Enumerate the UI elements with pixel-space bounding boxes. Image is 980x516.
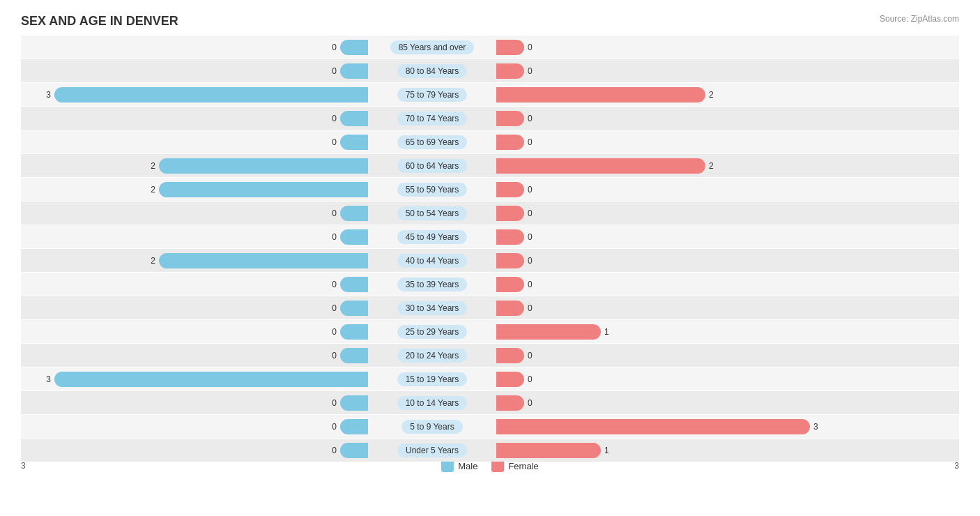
female-value: 0 <box>528 185 542 195</box>
male-value: 0 <box>323 114 337 123</box>
right-bar-area: 0 <box>495 107 843 130</box>
chart-row: 025 to 29 Years1 <box>21 320 959 343</box>
male-bar <box>54 372 368 387</box>
row-label: 55 to 59 Years <box>369 183 495 197</box>
male-bar <box>340 135 368 150</box>
left-bar-area: 2 <box>21 249 369 272</box>
female-bar <box>496 443 601 458</box>
male-value: 2 <box>141 185 155 195</box>
label-pill: 70 to 74 Years <box>397 112 468 126</box>
left-bar-area: 0 <box>21 415 369 438</box>
male-bar <box>340 443 368 458</box>
right-bar-area: 0 <box>495 202 843 225</box>
male-bar <box>159 158 368 174</box>
axis-right: 3 <box>954 461 959 471</box>
female-bar <box>496 63 524 79</box>
row-label: 5 to 9 Years <box>369 420 495 434</box>
label-pill: 25 to 29 Years <box>397 325 468 339</box>
female-bar <box>496 277 524 292</box>
female-bar <box>496 229 524 245</box>
female-bar <box>496 87 705 103</box>
label-pill: 50 to 54 Years <box>397 206 468 220</box>
label-pill: 35 to 39 Years <box>397 278 468 291</box>
left-bar-area: 0 <box>21 36 369 59</box>
female-bar <box>496 135 524 150</box>
right-bar-area: 1 <box>495 320 843 343</box>
chart-row: 260 to 64 Years2 <box>21 154 959 177</box>
row-label: 25 to 29 Years <box>369 325 495 339</box>
source-text: Source: ZipAtlas.com <box>880 14 959 24</box>
female-value: 0 <box>528 256 542 266</box>
male-bar <box>159 182 368 197</box>
row-label: 20 to 24 Years <box>369 349 495 363</box>
female-bar <box>496 111 524 126</box>
row-label: Under 5 Years <box>369 443 495 457</box>
chart-row: 065 to 69 Years0 <box>21 130 959 153</box>
chart-row: 070 to 74 Years0 <box>21 107 959 130</box>
male-bar <box>340 111 368 126</box>
right-bar-area: 2 <box>495 83 843 106</box>
male-value: 0 <box>323 446 337 455</box>
male-bar <box>340 324 368 340</box>
male-bar <box>340 419 368 434</box>
label-pill: 75 to 79 Years <box>397 88 468 102</box>
female-bar <box>496 253 524 268</box>
female-value: 0 <box>528 208 542 218</box>
row-label: 60 to 64 Years <box>369 159 495 173</box>
chart-row: 030 to 34 Years0 <box>21 296 959 319</box>
female-bar <box>496 158 705 174</box>
female-bar <box>496 419 810 434</box>
label-pill: 65 to 69 Years <box>397 135 468 149</box>
right-bar-area: 0 <box>495 178 843 201</box>
right-bar-area: 0 <box>495 249 843 272</box>
label-pill: 20 to 24 Years <box>397 349 468 363</box>
male-value: 0 <box>323 327 337 337</box>
female-bar <box>496 301 524 316</box>
female-value: 1 <box>604 446 618 455</box>
female-value: 3 <box>813 422 827 432</box>
female-bar <box>496 372 524 387</box>
right-bar-area: 0 <box>495 36 843 59</box>
female-bar <box>496 395 524 411</box>
right-bar-area: 0 <box>495 273 843 296</box>
male-value: 0 <box>323 66 337 76</box>
left-bar-area: 0 <box>21 59 369 82</box>
male-value: 2 <box>141 256 155 266</box>
label-pill: 10 to 14 Years <box>397 396 468 410</box>
male-bar <box>340 63 368 79</box>
male-bar <box>340 395 368 411</box>
chart-row: 035 to 39 Years0 <box>21 273 959 296</box>
male-bar <box>159 253 368 268</box>
row-label: 80 to 84 Years <box>369 64 495 78</box>
row-label: 45 to 49 Years <box>369 230 495 244</box>
chart-row: 375 to 79 Years2 <box>21 83 959 106</box>
male-bar <box>340 229 368 245</box>
right-bar-area: 1 <box>495 439 843 462</box>
right-bar-area: 0 <box>495 225 843 248</box>
male-value: 3 <box>37 90 51 100</box>
male-bar <box>340 348 368 363</box>
left-bar-area: 3 <box>21 367 369 390</box>
male-value: 0 <box>323 303 337 313</box>
female-value: 0 <box>528 66 542 76</box>
left-bar-area: 0 <box>21 391 369 414</box>
row-label: 15 to 19 Years <box>369 372 495 386</box>
male-value: 0 <box>323 43 337 52</box>
label-pill: 80 to 84 Years <box>397 64 468 78</box>
male-value: 0 <box>323 351 337 361</box>
row-label: 75 to 79 Years <box>369 88 495 102</box>
male-bar <box>340 277 368 292</box>
row-label: 85 Years and over <box>369 40 495 54</box>
label-pill: 60 to 64 Years <box>397 159 468 173</box>
male-bar <box>340 206 368 221</box>
label-pill: 30 to 34 Years <box>397 301 468 315</box>
right-bar-area: 0 <box>495 59 843 82</box>
female-value: 2 <box>709 90 723 100</box>
female-value: 0 <box>528 232 542 242</box>
female-bar <box>496 324 601 340</box>
chart-area: 085 Years and over0080 to 84 Years0375 t… <box>21 36 959 454</box>
left-bar-area: 0 <box>21 296 369 319</box>
female-value: 2 <box>709 161 723 171</box>
female-value: 0 <box>528 398 542 408</box>
male-value: 0 <box>323 280 337 289</box>
